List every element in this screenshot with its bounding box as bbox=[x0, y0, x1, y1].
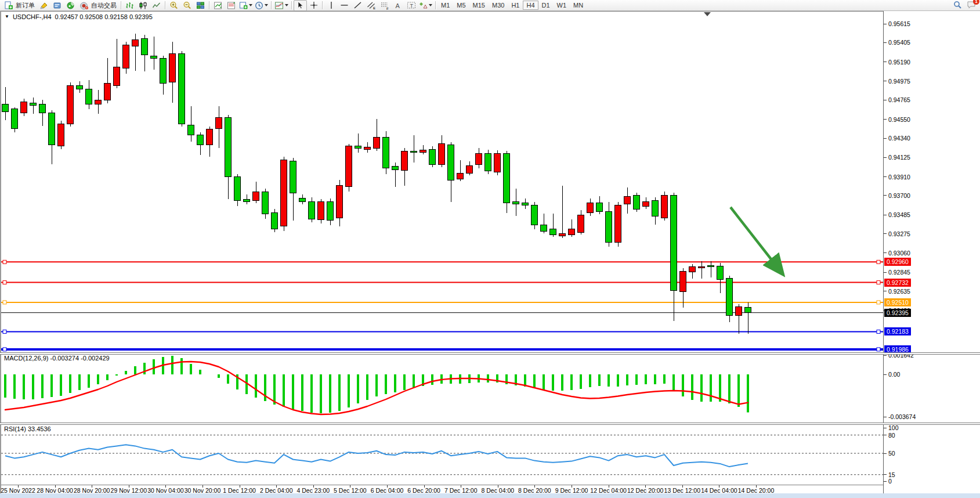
price-label-0.92732: 0.92732 bbox=[884, 279, 911, 287]
cursor-icon bbox=[296, 1, 304, 9]
text-tool-button[interactable]: A bbox=[391, 0, 404, 11]
trendline-tool-button[interactable] bbox=[351, 0, 364, 11]
tile-windows-button[interactable] bbox=[194, 0, 207, 11]
chat-button[interactable]: 1 bbox=[967, 1, 977, 9]
hline-marker[interactable] bbox=[877, 330, 880, 333]
symbol-ohlc: 0.92457 0.92508 0.92158 0.92395 bbox=[55, 13, 153, 20]
axis-tick: 0.93060 bbox=[884, 250, 910, 257]
label-tool-button[interactable]: T bbox=[404, 0, 418, 11]
candle bbox=[272, 213, 278, 229]
fibonacci-tool-button[interactable]: F bbox=[378, 0, 391, 11]
toolbar-separator bbox=[209, 1, 209, 9]
channel-tool-button[interactable]: E bbox=[364, 0, 378, 11]
collapse-triangle-icon[interactable]: ▼ bbox=[5, 14, 9, 20]
hline-marker[interactable] bbox=[3, 348, 6, 351]
timeframe-button-h1[interactable]: H1 bbox=[508, 1, 523, 10]
chart-canvas[interactable] bbox=[1, 11, 883, 485]
candle bbox=[49, 113, 55, 145]
candle bbox=[680, 271, 686, 291]
hline-marker[interactable] bbox=[3, 301, 6, 304]
symbol-title: USDCHF-,H4 bbox=[13, 13, 52, 20]
axis-tick: 0 bbox=[884, 478, 892, 485]
horizontal-line-tool-button[interactable] bbox=[338, 0, 351, 11]
vertical-line-tool-button[interactable] bbox=[324, 0, 338, 11]
axis-tick: 0.92635 bbox=[884, 288, 910, 295]
signal-button[interactable] bbox=[64, 0, 77, 11]
candle bbox=[541, 225, 547, 231]
search-icon[interactable] bbox=[953, 1, 962, 9]
price-axis[interactable]: 0.956150.954050.951900.949750.947650.945… bbox=[883, 11, 980, 493]
pane-separator-macd[interactable] bbox=[0, 352, 980, 355]
crosshair-tool-button[interactable] bbox=[307, 0, 320, 11]
timeframe-button-m5[interactable]: M5 bbox=[453, 1, 469, 10]
symbol-info-bar[interactable]: ▼ USDCHF-,H4 0.92457 0.92508 0.92158 0.9… bbox=[5, 13, 153, 20]
axis-tick: 0.92845 bbox=[884, 269, 910, 276]
template-button[interactable] bbox=[273, 0, 290, 11]
candle-chart-button[interactable] bbox=[136, 0, 150, 11]
chart-shift-marker[interactable] bbox=[704, 12, 711, 16]
zoom-out-button[interactable] bbox=[180, 0, 194, 11]
new-chart-button[interactable] bbox=[238, 0, 254, 11]
autotrade-button[interactable] bbox=[77, 0, 91, 11]
timeframe-button-d1[interactable]: D1 bbox=[538, 1, 554, 10]
hline-marker[interactable] bbox=[3, 281, 6, 284]
line-chart-button[interactable] bbox=[150, 0, 163, 11]
timeframe-button-h4[interactable]: H4 bbox=[523, 1, 538, 10]
candle bbox=[207, 129, 213, 145]
bar-chart-icon bbox=[125, 1, 134, 10]
timeframe-button-m30[interactable]: M30 bbox=[489, 1, 508, 10]
candle bbox=[726, 279, 733, 315]
rsi-line bbox=[5, 445, 748, 467]
candle bbox=[652, 200, 659, 216]
indicator-window-button[interactable] bbox=[211, 0, 225, 11]
price-label-0.92183: 0.92183 bbox=[884, 327, 911, 335]
candle bbox=[67, 86, 74, 124]
candle bbox=[485, 153, 491, 171]
svg-text:F: F bbox=[386, 6, 389, 10]
timeframe-button-m1[interactable]: M1 bbox=[437, 1, 453, 10]
timeframe-button-m15[interactable]: M15 bbox=[469, 1, 489, 10]
profiles-button[interactable] bbox=[50, 0, 64, 11]
period-clock-button[interactable] bbox=[254, 0, 269, 11]
candle bbox=[346, 146, 352, 187]
zoom-in-button[interactable] bbox=[167, 0, 180, 11]
candle bbox=[2, 104, 9, 112]
new-order-button[interactable] bbox=[2, 0, 15, 11]
autotrade-label[interactable]: 自动交易 bbox=[91, 1, 117, 10]
time-axis[interactable]: 25 Nov 202228 Nov 04:0028 Nov 20:0029 No… bbox=[1, 485, 883, 494]
price-label-0.92960: 0.92960 bbox=[884, 258, 911, 266]
candle bbox=[531, 205, 538, 225]
candle bbox=[420, 150, 426, 152]
toolbar-separator bbox=[271, 1, 272, 9]
template-icon bbox=[274, 1, 284, 10]
candle bbox=[299, 199, 306, 201]
timeframe-group: M1M5M15M30H1H4D1W1MN bbox=[437, 1, 587, 10]
new-order-label[interactable]: 新订单 bbox=[16, 1, 35, 10]
zoom-out-icon bbox=[183, 1, 192, 10]
bar-chart-button[interactable] bbox=[123, 0, 136, 11]
candle bbox=[290, 161, 296, 193]
shapes-tool-button[interactable] bbox=[418, 0, 433, 11]
axis-tick: 0.95615 bbox=[884, 20, 910, 27]
hline-marker[interactable] bbox=[877, 348, 880, 351]
hline-marker[interactable] bbox=[3, 260, 6, 264]
highlighter-button[interactable] bbox=[37, 0, 50, 11]
candle bbox=[58, 124, 64, 146]
line-chart-icon bbox=[152, 1, 161, 10]
hline-marker[interactable] bbox=[877, 301, 880, 304]
hline-marker[interactable] bbox=[877, 260, 880, 264]
candle bbox=[504, 154, 510, 203]
indicator-window2-button[interactable] bbox=[225, 0, 238, 11]
timeframe-button-w1[interactable]: W1 bbox=[554, 1, 570, 10]
period-clock-icon bbox=[255, 1, 263, 10]
cursor-tool-button[interactable] bbox=[294, 0, 307, 11]
candle bbox=[337, 185, 343, 218]
candle bbox=[429, 149, 436, 164]
candle bbox=[104, 83, 111, 100]
toolbar-separator bbox=[291, 1, 292, 9]
hline-marker[interactable] bbox=[877, 281, 880, 284]
timeframe-button-mn[interactable]: MN bbox=[570, 1, 587, 10]
hline-marker[interactable] bbox=[3, 330, 6, 333]
macd-indicator-label: MACD(12,26,9) -0.003274 -0.002429 bbox=[4, 355, 110, 362]
pane-separator-rsi[interactable] bbox=[0, 423, 980, 425]
